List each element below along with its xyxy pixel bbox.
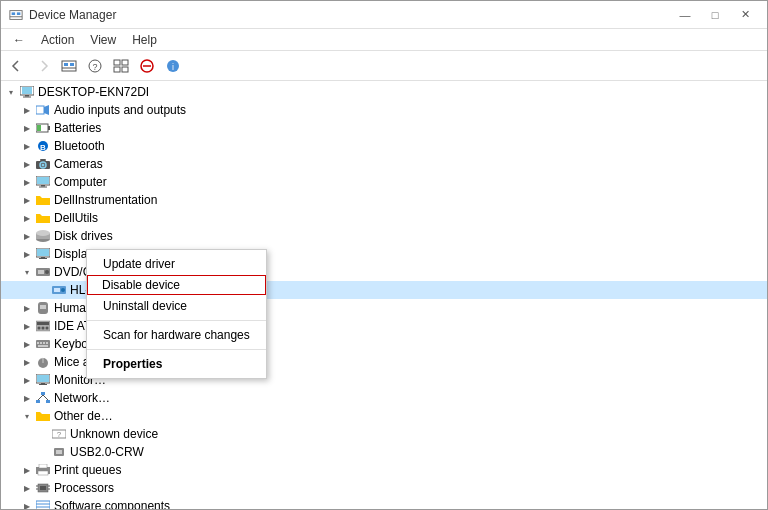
menu-help[interactable]: Help xyxy=(124,30,165,50)
batteries-label: Batteries xyxy=(54,121,101,135)
tree-batteries[interactable]: ▶ Batteries xyxy=(1,119,767,137)
other-label: Other de… xyxy=(54,409,113,423)
svg-point-39 xyxy=(36,230,50,236)
svg-rect-32 xyxy=(40,159,46,161)
svg-rect-45 xyxy=(38,270,44,274)
tree-network[interactable]: ▶ Network… xyxy=(1,389,767,407)
expand-network-icon: ▶ xyxy=(19,390,35,406)
svg-rect-35 xyxy=(41,185,45,187)
svg-rect-80 xyxy=(38,471,48,475)
svg-text:B: B xyxy=(40,143,46,152)
toolbar-scan[interactable] xyxy=(109,55,133,77)
expand-hid-icon: ▶ xyxy=(19,300,35,316)
tree-swcomp[interactable]: ▶ Software components xyxy=(1,497,767,509)
svg-rect-10 xyxy=(114,60,120,65)
ctx-uninstall-device[interactable]: Uninstall device xyxy=(87,295,266,317)
title-bar: Device Manager — □ ✕ xyxy=(1,1,767,29)
tree-bluetooth[interactable]: ▶ B Bluetooth xyxy=(1,137,767,155)
svg-rect-19 xyxy=(22,87,32,94)
svg-rect-6 xyxy=(70,63,74,66)
dvd-icon xyxy=(35,264,51,280)
svg-rect-69 xyxy=(39,384,47,385)
expand-computer-icon: ▶ xyxy=(19,174,35,190)
svg-rect-26 xyxy=(37,125,41,131)
ctx-scan-hardware[interactable]: Scan for hardware changes xyxy=(87,324,266,346)
toolbar-properties[interactable] xyxy=(57,55,81,77)
content-area[interactable]: ▾ DESKTOP-EKN72DI ▶ xyxy=(1,81,767,509)
ctx-separator-2 xyxy=(87,349,266,350)
tree-usb-crw[interactable]: USB2.0-CRW xyxy=(1,443,767,461)
close-button[interactable]: ✕ xyxy=(731,5,759,25)
ctx-properties[interactable]: Properties xyxy=(87,353,266,375)
menu-action[interactable]: Action xyxy=(33,30,82,50)
menu-bar: ← Action View Help xyxy=(1,29,767,51)
toolbar-help[interactable]: ? xyxy=(83,55,107,77)
expand-batteries-icon: ▶ xyxy=(19,120,35,136)
tree-proc[interactable]: ▶ Processors xyxy=(1,479,767,497)
tree-other[interactable]: ▾ Other de… xyxy=(1,407,767,425)
expand-cameras-icon: ▶ xyxy=(19,156,35,172)
toolbar-forward[interactable] xyxy=(31,55,55,77)
tree-unknown[interactable]: ? Unknown device xyxy=(1,425,767,443)
toolbar: ? i xyxy=(1,51,767,81)
svg-rect-36 xyxy=(39,187,47,188)
expand-dvd-device-icon xyxy=(35,282,51,298)
expand-display-icon: ▶ xyxy=(19,246,35,262)
menu-back[interactable]: ← xyxy=(5,30,33,50)
svg-rect-48 xyxy=(54,288,60,292)
svg-rect-70 xyxy=(41,392,45,395)
svg-rect-81 xyxy=(39,464,47,468)
usb-crw-icon xyxy=(51,444,67,460)
network-label: Network… xyxy=(54,391,110,405)
svg-rect-83 xyxy=(40,486,46,490)
folder-dellutils-icon xyxy=(35,210,51,226)
toolbar-back[interactable] xyxy=(5,55,29,77)
menu-view[interactable]: View xyxy=(82,30,124,50)
ctx-update-driver[interactable]: Update driver xyxy=(87,253,266,275)
tree-print[interactable]: ▶ Print queues xyxy=(1,461,767,479)
svg-rect-58 xyxy=(37,342,39,344)
tree-root[interactable]: ▾ DESKTOP-EKN72DI xyxy=(1,83,767,101)
ctx-disable-device[interactable]: Disable device xyxy=(87,275,266,295)
svg-rect-25 xyxy=(48,126,50,130)
dellutils-label: DellUtils xyxy=(54,211,98,225)
tree-computer[interactable]: ▶ Computer xyxy=(1,173,767,191)
network-icon xyxy=(35,390,51,406)
expand-audio-icon: ▶ xyxy=(19,102,35,118)
ide-icon xyxy=(35,318,51,334)
svg-rect-12 xyxy=(114,67,120,72)
bluetooth-icon: B xyxy=(35,138,51,154)
title-controls: — □ ✕ xyxy=(671,5,759,25)
tree-audio[interactable]: ▶ Audio inputs and outputs xyxy=(1,101,767,119)
svg-marker-23 xyxy=(44,105,49,115)
computer-icon xyxy=(19,84,35,100)
toolbar-update[interactable]: i xyxy=(161,55,185,77)
tree-dellins[interactable]: ▶ DellInstrumentation xyxy=(1,191,767,209)
disk-icon xyxy=(35,228,51,244)
toolbar-disable[interactable] xyxy=(135,55,159,77)
tree-disk[interactable]: ▶ Disk drives xyxy=(1,227,767,245)
keyboard-icon xyxy=(35,336,51,352)
unknown-label: Unknown device xyxy=(70,427,158,441)
tree-dellutils[interactable]: ▶ DellUtils xyxy=(1,209,767,227)
monitor-icon xyxy=(35,372,51,388)
other-icon xyxy=(35,408,51,424)
print-label: Print queues xyxy=(54,463,121,477)
svg-rect-88 xyxy=(36,501,50,509)
tree-cameras[interactable]: ▶ Cameras xyxy=(1,155,767,173)
expand-unknown-icon xyxy=(35,426,51,442)
svg-rect-78 xyxy=(56,450,62,454)
audio-icon xyxy=(35,102,51,118)
svg-rect-60 xyxy=(43,342,45,344)
maximize-button[interactable]: □ xyxy=(701,5,729,25)
expand-proc-icon: ▶ xyxy=(19,480,35,496)
svg-point-49 xyxy=(61,288,65,292)
svg-rect-1 xyxy=(12,12,16,15)
svg-text:?: ? xyxy=(57,430,62,439)
svg-rect-51 xyxy=(40,305,46,309)
svg-rect-2 xyxy=(17,12,21,15)
expand-bluetooth-icon: ▶ xyxy=(19,138,35,154)
svg-rect-59 xyxy=(40,342,42,344)
minimize-button[interactable]: — xyxy=(671,5,699,25)
cameras-label: Cameras xyxy=(54,157,103,171)
